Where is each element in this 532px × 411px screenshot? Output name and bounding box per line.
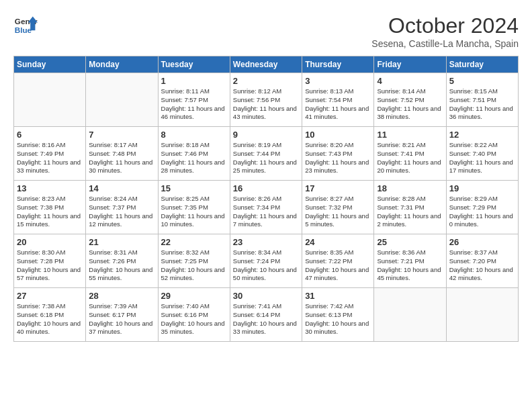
calendar-cell: 15Sunrise: 8:25 AMSunset: 7:35 PMDayligh… <box>158 181 230 234</box>
calendar-cell: 8Sunrise: 8:18 AMSunset: 7:46 PMDaylight… <box>158 127 230 181</box>
calendar-week-row: 27Sunrise: 7:38 AMSunset: 6:18 PMDayligh… <box>14 288 519 342</box>
calendar-cell: 21Sunrise: 8:31 AMSunset: 7:26 PMDayligh… <box>86 234 158 288</box>
day-number: 28 <box>89 291 154 301</box>
calendar-cell: 11Sunrise: 8:21 AMSunset: 7:41 PMDayligh… <box>374 127 446 181</box>
day-number: 10 <box>305 130 371 140</box>
calendar-cell: 27Sunrise: 7:38 AMSunset: 6:18 PMDayligh… <box>14 288 86 342</box>
calendar-cell <box>446 288 518 342</box>
day-info: Sunrise: 8:13 AMSunset: 7:54 PMDaylight:… <box>305 87 371 122</box>
title-block: October 2024 Sesena, Castille-La Mancha,… <box>371 13 519 49</box>
day-info: Sunrise: 8:36 AMSunset: 7:21 PMDaylight:… <box>377 248 443 283</box>
day-number: 15 <box>161 183 227 193</box>
calendar-cell: 6Sunrise: 8:16 AMSunset: 7:49 PMDaylight… <box>14 127 86 181</box>
day-info: Sunrise: 8:27 AMSunset: 7:32 PMDaylight:… <box>305 195 371 229</box>
weekday-header: Sunday <box>14 56 86 73</box>
day-number: 11 <box>377 130 443 140</box>
calendar-cell: 20Sunrise: 8:30 AMSunset: 7:28 PMDayligh… <box>14 234 86 288</box>
day-info: Sunrise: 8:12 AMSunset: 7:56 PMDaylight:… <box>233 87 299 122</box>
day-info: Sunrise: 8:29 AMSunset: 7:29 PMDaylight:… <box>449 195 515 229</box>
weekday-header: Friday <box>374 56 446 73</box>
calendar-cell <box>14 73 86 127</box>
calendar-cell: 9Sunrise: 8:19 AMSunset: 7:44 PMDaylight… <box>230 127 302 181</box>
day-number: 25 <box>377 237 443 247</box>
calendar-cell: 16Sunrise: 8:26 AMSunset: 7:34 PMDayligh… <box>230 181 302 234</box>
day-number: 5 <box>449 76 515 86</box>
calendar-cell: 22Sunrise: 8:32 AMSunset: 7:25 PMDayligh… <box>158 234 230 288</box>
day-number: 21 <box>89 237 154 247</box>
weekday-header: Monday <box>86 56 158 73</box>
day-number: 13 <box>17 183 83 193</box>
calendar-cell: 7Sunrise: 8:17 AMSunset: 7:48 PMDaylight… <box>86 127 158 181</box>
day-number: 7 <box>89 130 154 140</box>
weekday-header: Thursday <box>302 56 374 73</box>
svg-text:Blue: Blue <box>15 26 32 34</box>
day-info: Sunrise: 8:31 AMSunset: 7:26 PMDaylight:… <box>89 248 154 283</box>
day-number: 24 <box>305 237 371 247</box>
day-info: Sunrise: 8:28 AMSunset: 7:31 PMDaylight:… <box>377 195 443 229</box>
day-number: 22 <box>161 237 227 247</box>
day-info: Sunrise: 8:16 AMSunset: 7:49 PMDaylight:… <box>17 141 83 175</box>
day-number: 17 <box>305 183 371 193</box>
calendar-cell: 25Sunrise: 8:36 AMSunset: 7:21 PMDayligh… <box>374 234 446 288</box>
calendar-cell <box>374 288 446 342</box>
calendar-table: SundayMondayTuesdayWednesdayThursdayFrid… <box>13 56 519 342</box>
calendar-cell: 31Sunrise: 7:42 AMSunset: 6:13 PMDayligh… <box>302 288 374 342</box>
day-info: Sunrise: 8:19 AMSunset: 7:44 PMDaylight:… <box>233 141 299 175</box>
calendar-cell: 12Sunrise: 8:22 AMSunset: 7:40 PMDayligh… <box>446 127 518 181</box>
day-info: Sunrise: 7:41 AMSunset: 6:14 PMDaylight:… <box>233 302 299 336</box>
day-number: 31 <box>305 291 371 301</box>
day-info: Sunrise: 8:20 AMSunset: 7:43 PMDaylight:… <box>305 141 371 175</box>
calendar-cell: 23Sunrise: 8:34 AMSunset: 7:24 PMDayligh… <box>230 234 302 288</box>
calendar-cell: 2Sunrise: 8:12 AMSunset: 7:56 PMDaylight… <box>230 73 302 127</box>
day-number: 30 <box>233 291 299 301</box>
calendar-cell <box>86 73 158 127</box>
day-number: 19 <box>449 183 515 193</box>
day-number: 18 <box>377 183 443 193</box>
day-info: Sunrise: 8:11 AMSunset: 7:57 PMDaylight:… <box>161 87 227 122</box>
day-number: 27 <box>17 291 83 301</box>
weekday-header: Tuesday <box>158 56 230 73</box>
day-info: Sunrise: 8:15 AMSunset: 7:51 PMDaylight:… <box>449 87 515 122</box>
calendar-cell: 19Sunrise: 8:29 AMSunset: 7:29 PMDayligh… <box>446 181 518 234</box>
day-info: Sunrise: 8:30 AMSunset: 7:28 PMDaylight:… <box>17 248 83 283</box>
day-info: Sunrise: 8:17 AMSunset: 7:48 PMDaylight:… <box>89 141 154 175</box>
page-header: General Blue October 2024 Sesena, Castil… <box>13 13 519 49</box>
calendar-cell: 1Sunrise: 8:11 AMSunset: 7:57 PMDaylight… <box>158 73 230 127</box>
day-info: Sunrise: 8:35 AMSunset: 7:22 PMDaylight:… <box>305 248 371 283</box>
calendar-cell: 17Sunrise: 8:27 AMSunset: 7:32 PMDayligh… <box>302 181 374 234</box>
day-info: Sunrise: 8:32 AMSunset: 7:25 PMDaylight:… <box>161 248 227 283</box>
day-number: 9 <box>233 130 299 140</box>
day-info: Sunrise: 7:42 AMSunset: 6:13 PMDaylight:… <box>305 302 371 336</box>
day-info: Sunrise: 8:22 AMSunset: 7:40 PMDaylight:… <box>449 141 515 175</box>
calendar-week-row: 13Sunrise: 8:23 AMSunset: 7:38 PMDayligh… <box>14 181 519 234</box>
day-number: 2 <box>233 76 299 86</box>
day-number: 16 <box>233 183 299 193</box>
day-info: Sunrise: 8:23 AMSunset: 7:38 PMDaylight:… <box>17 195 83 229</box>
day-info: Sunrise: 8:24 AMSunset: 7:37 PMDaylight:… <box>89 195 154 229</box>
day-number: 14 <box>89 183 154 193</box>
calendar-week-row: 1Sunrise: 8:11 AMSunset: 7:57 PMDaylight… <box>14 73 519 127</box>
location-subtitle: Sesena, Castille-La Mancha, Spain <box>371 38 519 49</box>
logo-icon: General Blue <box>13 13 38 38</box>
calendar-cell: 14Sunrise: 8:24 AMSunset: 7:37 PMDayligh… <box>86 181 158 234</box>
day-info: Sunrise: 8:25 AMSunset: 7:35 PMDaylight:… <box>161 195 227 229</box>
day-number: 23 <box>233 237 299 247</box>
day-info: Sunrise: 8:18 AMSunset: 7:46 PMDaylight:… <box>161 141 227 175</box>
weekday-header-row: SundayMondayTuesdayWednesdayThursdayFrid… <box>14 56 519 73</box>
day-info: Sunrise: 8:26 AMSunset: 7:34 PMDaylight:… <box>233 195 299 229</box>
day-number: 6 <box>17 130 83 140</box>
day-number: 1 <box>161 76 227 86</box>
calendar-cell: 3Sunrise: 8:13 AMSunset: 7:54 PMDaylight… <box>302 73 374 127</box>
calendar-cell: 10Sunrise: 8:20 AMSunset: 7:43 PMDayligh… <box>302 127 374 181</box>
calendar-cell: 5Sunrise: 8:15 AMSunset: 7:51 PMDaylight… <box>446 73 518 127</box>
calendar-cell: 13Sunrise: 8:23 AMSunset: 7:38 PMDayligh… <box>14 181 86 234</box>
day-info: Sunrise: 8:14 AMSunset: 7:52 PMDaylight:… <box>377 87 443 122</box>
day-info: Sunrise: 8:37 AMSunset: 7:20 PMDaylight:… <box>449 248 515 283</box>
calendar-cell: 4Sunrise: 8:14 AMSunset: 7:52 PMDaylight… <box>374 73 446 127</box>
calendar-cell: 26Sunrise: 8:37 AMSunset: 7:20 PMDayligh… <box>446 234 518 288</box>
day-number: 8 <box>161 130 227 140</box>
day-number: 29 <box>161 291 227 301</box>
day-number: 20 <box>17 237 83 247</box>
logo: General Blue <box>13 13 38 38</box>
weekday-header: Wednesday <box>230 56 302 73</box>
